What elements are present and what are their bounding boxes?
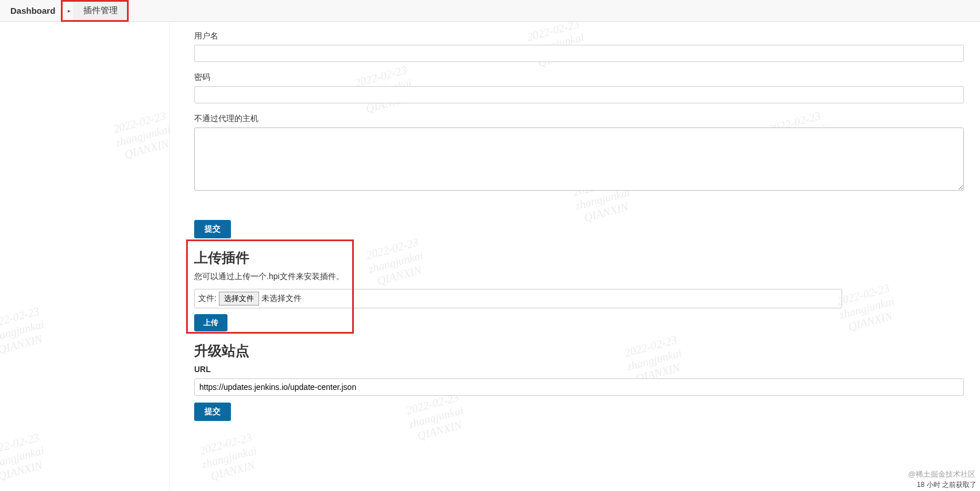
- footer-credit: @稀土掘金技术社区: [908, 469, 975, 480]
- upload-plugin-description: 您可以通过上传一个.hpi文件来安装插件。: [194, 272, 980, 282]
- sidebar: [0, 22, 170, 491]
- upload-button[interactable]: 上传: [194, 314, 227, 331]
- breadcrumb: Dashboard ▸ 插件管理: [0, 0, 980, 22]
- footer-status-text: 18 小时 之前获取了: [917, 480, 977, 490]
- submit-proxy-button[interactable]: 提交: [194, 220, 231, 238]
- no-proxy-hosts-textarea[interactable]: [194, 127, 964, 191]
- password-input[interactable]: [194, 86, 964, 103]
- url-label: URL: [194, 365, 980, 374]
- username-input[interactable]: [194, 45, 964, 62]
- main-content: 用户名 密码 不通过代理的主机 提交 上传插件 您可以通过上传一个.hpi文件来…: [170, 22, 980, 491]
- upload-plugin-heading: 上传插件: [194, 249, 980, 267]
- file-input-row: 文件: 选择文件 未选择文件: [194, 289, 842, 308]
- username-label: 用户名: [194, 31, 980, 41]
- submit-update-site-button[interactable]: 提交: [194, 403, 231, 421]
- file-selected-status: 未选择文件: [261, 293, 302, 304]
- chevron-right-icon: ▸: [65, 0, 73, 21]
- password-label: 密码: [194, 72, 980, 83]
- update-site-url-input[interactable]: [194, 378, 964, 396]
- breadcrumb-plugin-management[interactable]: 插件管理: [73, 0, 128, 21]
- update-site-heading: 升级站点: [194, 342, 980, 360]
- file-label: 文件:: [198, 293, 217, 304]
- breadcrumb-dashboard[interactable]: Dashboard: [0, 0, 65, 21]
- no-proxy-hosts-label: 不通过代理的主机: [194, 114, 980, 124]
- choose-file-button[interactable]: 选择文件: [219, 292, 259, 306]
